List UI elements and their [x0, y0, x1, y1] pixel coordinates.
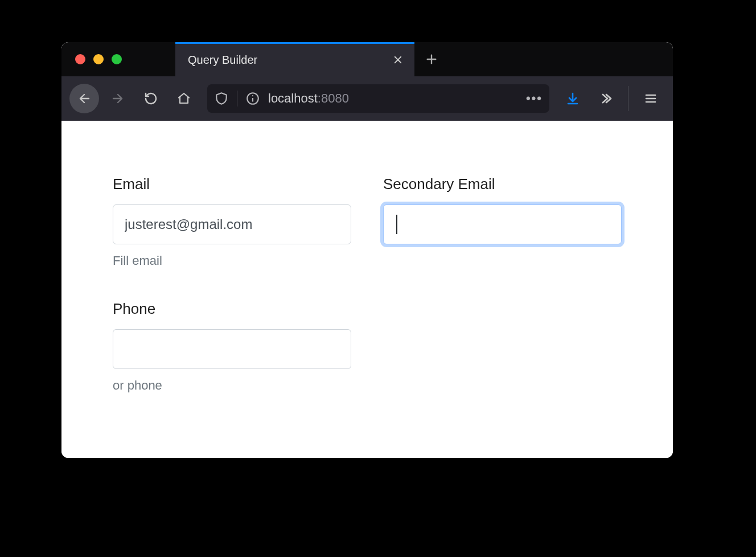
empty-cell [383, 300, 622, 393]
app-menu-button[interactable] [636, 84, 665, 113]
nav-back-button[interactable] [69, 84, 99, 113]
browser-toolbar: localhost:8080 ••• [61, 76, 673, 121]
phone-label: Phone [113, 300, 351, 318]
phone-field-group: Phone or phone [113, 300, 351, 393]
nav-forward-button[interactable] [104, 84, 132, 113]
window-zoom-button[interactable] [112, 54, 122, 64]
phone-hint: or phone [113, 378, 351, 393]
secondary-email-field-group: Secondary Email [383, 175, 622, 268]
tab-strip: Query Builder [61, 42, 673, 76]
downloads-button[interactable] [558, 84, 587, 113]
phone-input[interactable] [113, 329, 351, 369]
browser-tab-active[interactable]: Query Builder [175, 42, 414, 76]
info-icon[interactable] [245, 91, 260, 106]
toolbar-divider [628, 86, 628, 111]
close-tab-button[interactable] [391, 51, 405, 69]
url-host: localhost [268, 91, 318, 105]
page-actions-icon[interactable]: ••• [526, 91, 543, 106]
overflow-button[interactable] [591, 84, 620, 113]
secondary-email-label: Secondary Email [383, 175, 622, 193]
email-input[interactable] [113, 204, 351, 244]
home-button[interactable] [170, 84, 198, 113]
email-hint: Fill email [113, 253, 351, 268]
text-cursor [396, 215, 397, 234]
address-bar[interactable]: localhost:8080 ••• [207, 84, 549, 113]
email-field-group: Email Fill email [113, 175, 351, 268]
window-close-button[interactable] [75, 54, 85, 64]
window-minimize-button[interactable] [93, 54, 104, 64]
page-content: Email Fill email Secondary Email Phone o… [61, 121, 673, 458]
traffic-lights [61, 42, 175, 76]
url-text: localhost:8080 [268, 91, 518, 106]
url-port: :8080 [318, 91, 349, 105]
svg-point-8 [252, 95, 253, 96]
tab-title: Query Builder [188, 54, 257, 67]
reload-button[interactable] [137, 84, 165, 113]
email-label: Email [113, 175, 351, 193]
urlbar-separator [237, 91, 237, 107]
secondary-email-input[interactable] [383, 204, 622, 244]
shield-icon [214, 91, 229, 106]
browser-window: Query Builder [61, 42, 673, 458]
new-tab-button[interactable] [414, 42, 449, 76]
